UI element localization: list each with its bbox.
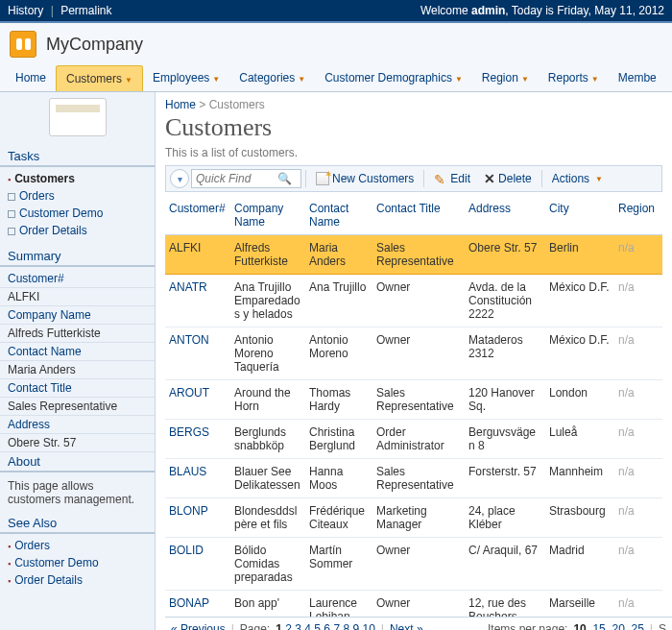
column-header[interactable]: Customer#: [165, 196, 230, 235]
table-cell: 24, place Kléber: [465, 498, 545, 538]
seealso-item[interactable]: ▪Customer Demo: [8, 554, 147, 571]
seealso-item[interactable]: ▪Order Details: [8, 571, 147, 589]
table-cell: n/a: [614, 327, 662, 380]
search-icon[interactable]: 🔍: [277, 172, 292, 185]
column-header[interactable]: Contact Title: [372, 196, 465, 235]
sidebar-task-item[interactable]: ▪Customers: [8, 170, 147, 187]
summary-label[interactable]: Contact Name: [0, 343, 155, 361]
table-cell: Mataderos 2312: [465, 327, 545, 380]
seealso-item[interactable]: ▪Orders: [8, 537, 147, 554]
caret-down-icon: ▼: [212, 75, 220, 84]
table-cell: México D.F.: [545, 275, 614, 327]
table-cell[interactable]: BLONP: [165, 498, 230, 538]
permalink-link[interactable]: Permalink: [60, 4, 111, 17]
menu-customers[interactable]: Customers▼: [56, 65, 143, 91]
table-row[interactable]: AROUTAround the HornThomas HardySales Re…: [165, 380, 662, 420]
actions-button[interactable]: Actions▼: [546, 170, 609, 187]
table-cell: Luleå: [545, 420, 614, 459]
table-row[interactable]: ANATRAna Trujillo Emparedados y heladosA…: [165, 275, 662, 327]
pager-page-label: Page:: [240, 622, 270, 630]
pager-page[interactable]: 6: [324, 622, 330, 630]
table-cell: Antonio Moreno: [305, 327, 372, 380]
menu-region[interactable]: Region▼: [472, 65, 539, 91]
breadcrumb-home[interactable]: Home: [165, 98, 196, 111]
logo-row: MyCompany: [0, 23, 672, 65]
sidebar-task-item[interactable]: Order Details: [8, 222, 147, 239]
column-header[interactable]: City: [545, 196, 614, 235]
pager-ipp-option[interactable]: 25: [632, 622, 644, 630]
view-selector-button[interactable]: ▾: [170, 169, 189, 188]
pager-page[interactable]: 10: [362, 622, 374, 630]
table-cell[interactable]: BOLID: [165, 538, 230, 591]
pager-ipp-option[interactable]: 15: [592, 622, 605, 630]
column-header[interactable]: Address: [465, 196, 545, 235]
menu-demographics[interactable]: Customer Demographics▼: [315, 65, 472, 91]
pager-show[interactable]: S: [659, 622, 666, 630]
summary-label[interactable]: Customer#: [0, 270, 155, 288]
table-cell: Frédérique Citeaux: [305, 498, 372, 538]
edit-button[interactable]: Edit: [428, 170, 476, 187]
table-cell: n/a: [614, 420, 662, 459]
pager-ipp-option[interactable]: 20: [612, 622, 624, 630]
pager-prev[interactable]: « Previous: [171, 622, 226, 630]
table-cell: n/a: [614, 498, 662, 538]
summary-value: Obere Str. 57: [0, 434, 155, 452]
pencil-icon: [434, 172, 447, 185]
pager-page[interactable]: 2: [285, 622, 292, 630]
quick-find-input[interactable]: [196, 172, 277, 185]
table-cell[interactable]: ANATR: [165, 275, 230, 327]
summary-label[interactable]: Company Name: [0, 306, 155, 325]
table-row[interactable]: BLAUSBlauer See DelikatessenHanna MoosSa…: [165, 459, 662, 498]
toolbar: ▾ 🔍 New Customers Edit ✕Delete Actions▼: [165, 165, 662, 192]
customers-table-icon: [49, 98, 107, 136]
table-row[interactable]: BLONPBlondesddsl père et filsFrédérique …: [165, 498, 662, 538]
table-cell: Obere Str. 57: [465, 235, 545, 275]
table-cell: n/a: [614, 538, 662, 591]
table-cell[interactable]: BLAUS: [165, 459, 230, 498]
caret-down-icon: ▼: [125, 76, 132, 85]
pager-next[interactable]: Next »: [390, 622, 423, 630]
summary-label[interactable]: Contact Title: [0, 379, 155, 398]
pager-page[interactable]: 4: [304, 622, 311, 630]
table-cell[interactable]: AROUT: [165, 380, 230, 420]
table-row[interactable]: ALFKIAlfreds FutterkisteMaria AndersSale…: [165, 235, 662, 275]
pager-page[interactable]: 9: [352, 622, 359, 630]
table-cell: 120 Hanover Sq.: [465, 380, 545, 420]
table-cell: Ana Trujillo Emparedados y helados: [230, 275, 305, 327]
table-cell[interactable]: ANTON: [165, 327, 230, 380]
history-link[interactable]: History: [8, 4, 43, 17]
menu-members[interactable]: Membe: [609, 65, 666, 91]
menu-employees[interactable]: Employees▼: [143, 65, 229, 91]
table-cell: Sales Representative: [372, 235, 465, 275]
delete-button[interactable]: ✕Delete: [478, 169, 538, 188]
column-header[interactable]: Contact Name: [305, 196, 372, 235]
column-header[interactable]: Region: [614, 196, 662, 235]
table-cell: Around the Horn: [230, 380, 305, 420]
pager-page[interactable]: 5: [314, 622, 321, 630]
caret-down-icon: ▼: [521, 75, 529, 84]
table-cell[interactable]: BERGS: [165, 420, 230, 459]
table-cell: Order Administrator: [372, 420, 465, 459]
table-row[interactable]: ANTONAntonio Moreno TaqueríaAntonio More…: [165, 327, 662, 380]
page-description: This is a list of customers.: [165, 146, 662, 159]
breadcrumb-current: Customers: [209, 98, 265, 111]
summary-label[interactable]: Address: [0, 416, 155, 434]
quick-find[interactable]: 🔍: [191, 169, 301, 188]
sidebar-task-item[interactable]: Customer Demo: [8, 205, 147, 222]
pager-ipp-label: Items per page:: [488, 622, 567, 630]
sidebar-task-item[interactable]: Orders: [8, 187, 147, 205]
table-cell[interactable]: ALFKI: [165, 235, 230, 275]
menu-home[interactable]: Home: [6, 65, 56, 91]
table-cell: London: [545, 380, 614, 420]
table-cell: Blauer See Delikatessen: [230, 459, 305, 498]
pager-page[interactable]: 8: [343, 622, 349, 630]
table-row[interactable]: BERGSBerglunds snabbköpChristina Berglun…: [165, 420, 662, 459]
menu-reports[interactable]: Reports▼: [539, 65, 609, 91]
new-button[interactable]: New Customers: [310, 170, 420, 187]
column-header[interactable]: Company Name: [230, 196, 305, 235]
pager-page[interactable]: 7: [333, 622, 340, 630]
pager-page[interactable]: 3: [295, 622, 301, 630]
tasks-list: ▪CustomersOrdersCustomer DemoOrder Detai…: [0, 170, 155, 247]
menu-categories[interactable]: Categories▼: [229, 65, 315, 91]
table-row[interactable]: BOLIDBólido Comidas preparadasMartín Som…: [165, 538, 662, 591]
